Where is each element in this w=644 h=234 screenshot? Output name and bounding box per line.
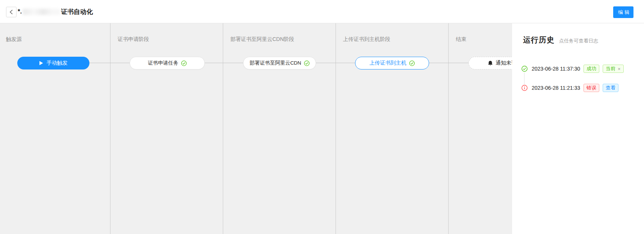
run-timestamp: 2023-06-28 11:37:30 bbox=[532, 66, 580, 72]
bell-icon bbox=[488, 60, 493, 66]
title-prefix: *. bbox=[18, 8, 22, 15]
task-node-label: 部署证书至阿里云CDN bbox=[249, 60, 301, 66]
stage-label-deploy-cdn: 部署证书至阿里云CDN阶段 bbox=[230, 36, 294, 43]
task-node-label: 证书申请任务 bbox=[148, 60, 178, 66]
current-run-tag[interactable]: 当前 × bbox=[603, 65, 624, 73]
run-history-panel: 运行历史 点任务可查看日志 2023-06-28 11:37:30 成功 当前 … bbox=[512, 23, 644, 234]
chevron-left-icon bbox=[9, 9, 13, 15]
back-button[interactable] bbox=[6, 7, 17, 17]
run-history-title: 运行历史 bbox=[523, 35, 555, 45]
run-history-header: 运行历史 点任务可查看日志 bbox=[523, 35, 598, 45]
view-run-button[interactable]: 查看 bbox=[603, 84, 618, 92]
status-badge-success: 成功 bbox=[584, 65, 599, 73]
page-title: *. 证书自动化 bbox=[18, 0, 93, 23]
connector-line bbox=[316, 63, 355, 63]
stage-label-trigger: 触发源 bbox=[6, 36, 22, 43]
title-suffix: 证书自动化 bbox=[61, 8, 93, 16]
page-header: *. 证书自动化 编辑 bbox=[0, 0, 644, 23]
error-circle-icon bbox=[522, 85, 528, 91]
connector-line bbox=[429, 63, 469, 63]
connector-line bbox=[89, 63, 130, 63]
task-node-label: 上传证书到主机 bbox=[370, 60, 407, 66]
connector-line bbox=[205, 63, 243, 63]
close-icon[interactable]: × bbox=[618, 66, 621, 71]
success-circle-icon bbox=[522, 66, 528, 72]
run-timestamp: 2023-06-28 11:21:33 bbox=[532, 85, 580, 91]
trigger-node-label: 手动触发 bbox=[47, 60, 68, 66]
task-node-deploy-cdn[interactable]: 部署证书至阿里云CDN bbox=[243, 57, 316, 69]
stage-label-end: 结束 bbox=[456, 36, 466, 43]
column-divider bbox=[448, 23, 449, 234]
history-entry-row[interactable]: 2023-06-28 11:37:30 成功 当前 × bbox=[512, 64, 644, 74]
certificate-automation-page: *. 证书自动化 编辑 触发源 证书申请阶段 部署证书至阿里云CDN阶段 上传证… bbox=[0, 0, 644, 234]
run-history-hint: 点任务可查看日志 bbox=[559, 38, 598, 44]
column-divider bbox=[110, 23, 110, 234]
column-divider bbox=[336, 23, 336, 234]
play-icon bbox=[39, 61, 43, 65]
check-circle-icon bbox=[181, 60, 187, 66]
check-circle-icon bbox=[409, 60, 415, 66]
task-node-cert-request[interactable]: 证书申请任务 bbox=[130, 57, 205, 69]
redacted-domain-text bbox=[23, 9, 60, 15]
stage-label-upload-host: 上传证书到主机阶段 bbox=[343, 36, 390, 43]
edit-button[interactable]: 编辑 bbox=[613, 6, 633, 18]
column-divider bbox=[223, 23, 223, 234]
stage-label-cert-request: 证书申请阶段 bbox=[118, 36, 149, 43]
check-circle-icon bbox=[304, 60, 310, 66]
status-badge-error: 错误 bbox=[584, 84, 599, 92]
task-node-upload-host[interactable]: 上传证书到主机 bbox=[355, 57, 429, 69]
trigger-node-manual[interactable]: 手动触发 bbox=[17, 57, 89, 69]
history-entry-row[interactable]: 2023-06-28 11:21:33 错误 查看 bbox=[512, 83, 644, 93]
